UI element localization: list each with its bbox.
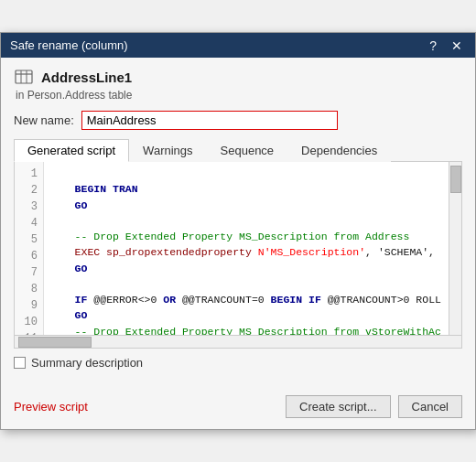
summary-label: Summary description — [31, 356, 143, 370]
h-scrollbar-thumb — [18, 337, 92, 348]
create-script-button[interactable]: Create script... — [286, 395, 391, 418]
new-name-label: New name: — [14, 113, 74, 127]
dialog-body: AddressLine1 in Person.Address table New… — [1, 58, 475, 390]
summary-checkbox[interactable] — [14, 357, 26, 369]
tab-generated-script[interactable]: Generated script — [14, 139, 129, 162]
title-bar: Safe rename (column) ? ✕ — [1, 33, 475, 58]
new-name-row: New name: — [14, 111, 462, 130]
code-content: BEGIN TRAN GO -- Drop Extended Property … — [44, 162, 449, 335]
right-buttons: Create script... Cancel — [286, 395, 462, 418]
vertical-scrollbar[interactable] — [449, 162, 461, 335]
new-name-input[interactable] — [81, 111, 338, 130]
column-name: AddressLine1 — [41, 70, 132, 85]
summary-row: Summary description — [14, 356, 462, 370]
line-numbers: 1 2 3 4 5 6 7 8 9 10 11 12 13 14 15 16 — [15, 162, 44, 335]
horizontal-scrollbar[interactable] — [14, 336, 462, 349]
cancel-button[interactable]: Cancel — [398, 395, 462, 418]
dialog-title: Safe rename (column) — [10, 38, 128, 52]
column-table-info: in Person.Address table — [14, 89, 462, 102]
close-button[interactable]: ✕ — [448, 39, 466, 52]
scrollbar-thumb — [450, 166, 461, 193]
tab-dependencies[interactable]: Dependencies — [287, 139, 391, 162]
help-button[interactable]: ? — [426, 39, 440, 52]
tabs: Generated script Warnings Sequence Depen… — [14, 139, 462, 162]
preview-script-button[interactable]: Preview script — [14, 400, 88, 414]
column-header: AddressLine1 — [14, 69, 462, 85]
svg-rect-0 — [16, 70, 32, 83]
column-icon — [14, 69, 34, 85]
tab-sequence[interactable]: Sequence — [207, 139, 288, 162]
tab-warnings[interactable]: Warnings — [129, 139, 206, 162]
code-area: 1 2 3 4 5 6 7 8 9 10 11 12 13 14 15 16 B… — [14, 162, 462, 336]
safe-rename-dialog: Safe rename (column) ? ✕ AddressLine1 in… — [0, 32, 476, 430]
bottom-bar: Preview script Create script... Cancel — [1, 390, 475, 429]
title-bar-actions: ? ✕ — [426, 39, 466, 52]
